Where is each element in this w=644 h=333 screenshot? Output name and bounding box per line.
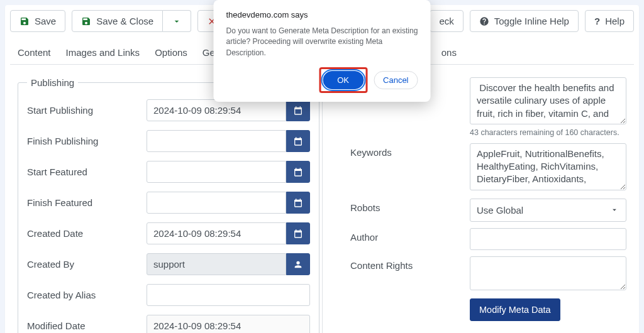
finish-publishing-input[interactable] — [147, 130, 286, 152]
keywords-textarea[interactable] — [470, 143, 626, 190]
publishing-legend: Publishing — [27, 77, 78, 88]
publishing-fieldset: Publishing Start Publishing Finish Publi… — [18, 77, 319, 333]
row-robots: Robots Use Global — [350, 199, 626, 222]
save-button[interactable]: Save — [10, 10, 65, 32]
row-start-publishing: Start Publishing — [27, 99, 310, 121]
row-author: Author — [350, 228, 626, 250]
check-button[interactable]: eck — [430, 10, 463, 32]
calendar-button[interactable] — [286, 99, 310, 121]
start-featured-input[interactable] — [147, 161, 286, 183]
dialog-message: Do you want to Generate Meta Description… — [226, 26, 418, 58]
content-rights-textarea[interactable] — [470, 256, 626, 291]
toggle-inline-help-button[interactable]: Toggle Inline Help — [470, 10, 579, 32]
meta-description-textarea[interactable] — [470, 77, 626, 124]
modified-date-input — [147, 315, 310, 333]
row-modified-date: Modified Date — [27, 315, 310, 333]
created-alias-input[interactable] — [147, 284, 310, 306]
chevron-down-icon — [172, 16, 182, 26]
calendar-button[interactable] — [286, 222, 310, 244]
row-created-by: Created By — [27, 253, 310, 275]
save-icon — [81, 16, 91, 26]
tab-images-links[interactable]: Images and Links — [65, 41, 142, 64]
row-created-date: Created Date — [27, 222, 310, 244]
calendar-icon — [293, 229, 303, 239]
question-mark-icon: ? — [594, 16, 600, 26]
save-dropdown-button[interactable] — [163, 10, 191, 32]
calendar-button[interactable] — [286, 192, 310, 214]
calendar-icon — [293, 106, 303, 116]
dialog-cancel-button[interactable]: Cancel — [374, 71, 418, 89]
meta-description-help: 43 characters remaining of 160 character… — [470, 128, 626, 137]
row-content-rights: Content Rights — [350, 256, 626, 293]
created-date-input[interactable] — [147, 222, 286, 244]
highlight-box: OK — [319, 67, 367, 93]
user-icon — [293, 259, 303, 270]
row-finish-publishing: Finish Publishing — [27, 130, 310, 152]
calendar-button[interactable] — [286, 161, 310, 183]
calendar-icon — [293, 198, 303, 208]
tab-content[interactable]: Content — [16, 41, 52, 64]
question-icon — [479, 16, 489, 26]
tab-ons[interactable]: ons — [440, 41, 458, 64]
calendar-button[interactable] — [286, 130, 310, 152]
created-by-input — [147, 253, 286, 275]
row-start-featured: Start Featured — [27, 161, 310, 183]
tab-options[interactable]: Options — [153, 41, 189, 64]
save-icon — [19, 16, 30, 26]
dialog-ok-button[interactable]: OK — [323, 71, 364, 89]
row-keywords: Keywords — [350, 143, 626, 192]
modify-meta-data-button[interactable]: Modify Meta Data — [470, 298, 560, 321]
robots-select[interactable]: Use Global — [470, 199, 626, 222]
calendar-icon — [293, 167, 303, 177]
save-close-button[interactable]: Save & Close — [72, 10, 163, 32]
row-created-alias: Created by Alias — [27, 284, 310, 306]
dialog-title: thedevdemo.com says — [226, 10, 418, 19]
vertical-divider — [322, 77, 323, 333]
help-button[interactable]: ? Help — [585, 10, 634, 32]
confirm-dialog: thedevdemo.com says Do you want to Gener… — [214, 0, 431, 102]
finish-featured-input[interactable] — [147, 192, 286, 214]
row-finish-featured: Finish Featured — [27, 192, 310, 214]
start-publishing-input[interactable] — [147, 99, 286, 121]
author-input[interactable] — [470, 228, 626, 250]
user-select-button[interactable] — [286, 253, 310, 275]
calendar-icon — [293, 136, 303, 146]
